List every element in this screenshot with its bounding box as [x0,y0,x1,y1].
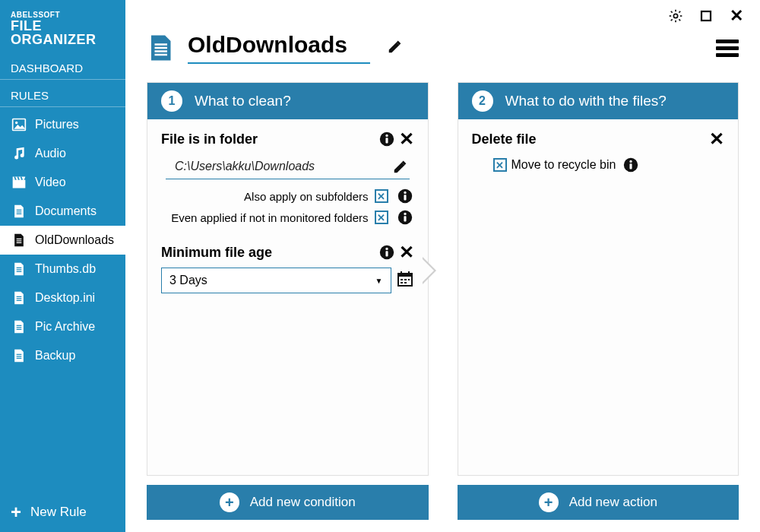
add-condition-button[interactable]: + Add new condition [147,485,429,520]
actions-panel: 2 What to do with the files? Delete file… [458,82,739,476]
new-rule-label: New Rule [30,505,87,520]
sidebar-item-picarchive[interactable]: Pic Archive [0,312,125,341]
window-controls: ✕ [125,0,760,24]
sidebar-item-documents[interactable]: Documents [0,197,125,226]
flow-arrow-icon [429,257,457,284]
option-unmonitored-checkbox[interactable]: ✕ [375,211,388,224]
condition-age: Minimum file age ✕ 3 Days ▼ [161,243,414,293]
folder-path: C:\Users\akku\Downloads [175,160,388,173]
option-unmonitored-info[interactable] [396,208,414,226]
add-condition-label: Add new condition [250,495,356,510]
option-recycle-info[interactable] [622,156,640,174]
sidebar-item-label: Video [35,176,66,189]
new-rule-button[interactable]: + New Rule [0,492,125,532]
age-select-value: 3 Days [169,274,207,287]
sidebar-item-desktopini[interactable]: Desktop.ini [0,283,125,312]
sidebar-item-olddownloads[interactable]: OldDownloads [0,226,125,255]
sidebar-item-backup[interactable]: Backup [0,341,125,370]
gear-icon [668,8,683,24]
sidebar-item-thumbsdb[interactable]: Thumbs.db [0,255,125,283]
main: ✕ OldDownloads 1 What to clean? [125,0,760,532]
rule-title: OldDownloads [188,32,370,64]
brand-product: FILE ORGANIZER [11,19,115,46]
step-number: 2 [472,90,493,112]
sidebar-item-label: Audio [35,147,66,160]
condition-folder: File is in folder ✕ C:\Users\akku\Downlo… [161,130,414,226]
pencil-icon [392,158,409,175]
option-subfolders-checkbox[interactable]: ✕ [375,189,388,203]
document-icon [11,232,27,249]
condition-heading: File is in folder [161,131,258,147]
close-button[interactable]: ✕ [728,8,745,24]
condition-info-button[interactable] [378,243,396,261]
maximize-icon [699,9,713,23]
maximize-button[interactable] [698,8,714,24]
sidebar-item-label: Pictures [35,118,79,131]
sidebar-item-label: Pic Archive [35,320,95,334]
sidebar-item-audio[interactable]: Audio [0,139,125,168]
sidebar: ABELSSOFT FILE ORGANIZER DASHBOARD RULES… [0,0,125,532]
info-icon [622,157,639,173]
clapperboard-icon [11,174,27,191]
panel-title: What to do with the files? [505,93,667,109]
action-remove-button[interactable]: ✕ [709,130,724,148]
add-action-label: Add new action [569,495,657,510]
panel-title: What to clean? [195,93,291,109]
calendar-icon [396,270,414,288]
settings-button[interactable] [667,8,684,24]
sidebar-item-label: OldDownloads [35,233,114,247]
hamburger-icon [716,40,739,43]
actions-panel-header: 2 What to do with the files? [458,83,739,119]
age-select[interactable]: 3 Days ▼ [161,268,391,293]
edit-title-button[interactable] [387,38,404,58]
document-icon [11,318,27,335]
calendar-button[interactable] [396,270,414,291]
action-heading: Delete file [472,131,537,147]
chevron-down-icon: ▼ [375,277,383,285]
plus-icon: + [220,492,239,512]
sidebar-item-label: Backup [35,349,75,363]
image-icon [11,116,27,133]
nav-dashboard[interactable]: DASHBOARD [0,55,125,80]
document-icon [11,261,27,277]
close-icon: ✕ [709,128,724,149]
action-delete: Delete file ✕ ✕ Move to recycle bin [472,130,725,174]
nav-rules-title: RULES [0,83,125,107]
condition-info-button[interactable] [378,130,396,148]
sidebar-item-label: Thumbs.db [35,262,96,276]
plus-icon: + [539,492,559,512]
info-icon [397,188,413,204]
close-icon: ✕ [399,242,414,262]
sidebar-item-pictures[interactable]: Pictures [0,110,125,139]
brand: ABELSSOFT FILE ORGANIZER [0,8,125,55]
option-unmonitored-label: Even applied if not in monitored folders [171,211,368,224]
conditions-panel-header: 1 What to clean? [147,83,428,119]
step-number: 1 [161,90,182,112]
conditions-panel: 1 What to clean? File is in folder ✕ C:\… [147,82,429,476]
sidebar-item-label: Desktop.ini [35,291,95,305]
sidebar-item-label: Documents [35,204,97,218]
document-icon [11,347,27,364]
document-icon [11,290,27,306]
pencil-icon [387,38,404,55]
sidebar-item-video[interactable]: Video [0,168,125,197]
option-recycle-label: Move to recycle bin [511,158,616,172]
info-icon [397,209,413,226]
menu-button[interactable] [716,36,739,60]
close-icon: ✕ [399,128,414,149]
option-subfolders-info[interactable] [396,187,414,205]
document-icon [11,203,27,220]
option-subfolders-label: Also apply on subfolders [244,190,368,203]
rule-header: OldDownloads [125,24,760,82]
condition-heading: Minimum file age [161,245,272,261]
add-action-button[interactable]: + Add new action [458,485,739,520]
info-icon [378,131,395,147]
document-icon [147,33,174,63]
condition-remove-button[interactable]: ✕ [399,130,414,148]
option-recycle-checkbox[interactable]: ✕ [493,158,507,172]
close-icon: ✕ [730,6,743,26]
edit-path-button[interactable] [391,157,410,176]
info-icon [378,244,395,261]
condition-remove-button[interactable]: ✕ [399,243,414,261]
music-icon [11,145,27,162]
